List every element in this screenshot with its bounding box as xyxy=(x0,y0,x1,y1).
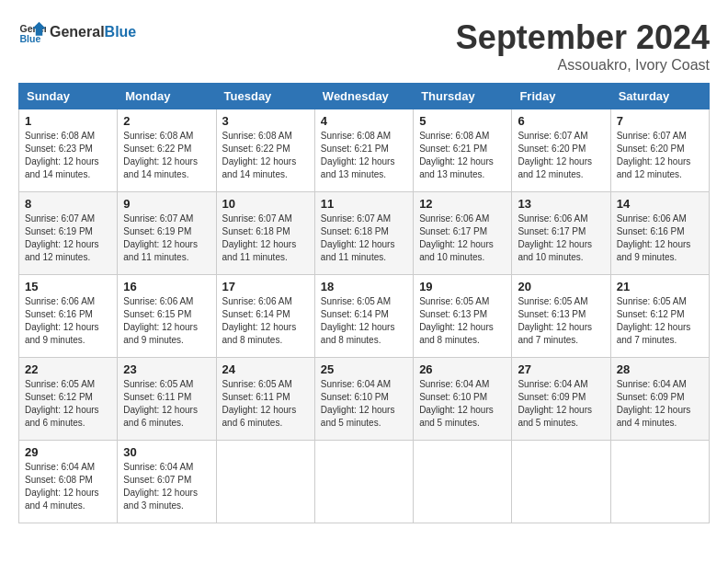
day-number: 19 xyxy=(419,280,506,293)
title-block: September 2024 Assouakro, Ivory Coast xyxy=(456,18,710,74)
calendar-cell xyxy=(414,441,512,523)
calendar-cell: 16Sunrise: 6:06 AM Sunset: 6:15 PM Dayli… xyxy=(118,275,216,358)
day-info: Sunrise: 6:06 AM Sunset: 6:17 PM Dayligh… xyxy=(419,213,506,264)
day-number: 25 xyxy=(321,362,407,376)
day-info: Sunrise: 6:05 AM Sunset: 6:11 PM Dayligh… xyxy=(123,378,210,430)
calendar-cell: 18Sunrise: 6:05 AM Sunset: 6:14 PM Dayli… xyxy=(314,275,413,358)
day-number: 5 xyxy=(419,114,506,128)
day-number: 2 xyxy=(123,114,210,128)
calendar-cell xyxy=(216,441,314,523)
day-number: 14 xyxy=(617,197,703,211)
calendar-cell: 5Sunrise: 6:08 AM Sunset: 6:21 PM Daylig… xyxy=(414,109,512,192)
calendar-header-saturday: Saturday xyxy=(610,84,709,109)
calendar-cell: 21Sunrise: 6:05 AM Sunset: 6:12 PM Dayli… xyxy=(610,275,709,358)
calendar-cell: 11Sunrise: 6:07 AM Sunset: 6:18 PM Dayli… xyxy=(314,192,413,275)
day-info: Sunrise: 6:05 AM Sunset: 6:13 PM Dayligh… xyxy=(419,295,506,347)
calendar-cell: 13Sunrise: 6:06 AM Sunset: 6:17 PM Dayli… xyxy=(512,192,610,275)
calendar-cell: 25Sunrise: 6:04 AM Sunset: 6:10 PM Dayli… xyxy=(314,358,413,441)
day-info: Sunrise: 6:06 AM Sunset: 6:14 PM Dayligh… xyxy=(222,295,309,347)
day-info: Sunrise: 6:06 AM Sunset: 6:16 PM Dayligh… xyxy=(25,295,111,347)
day-info: Sunrise: 6:05 AM Sunset: 6:13 PM Dayligh… xyxy=(518,295,604,347)
calendar-cell xyxy=(610,441,709,523)
day-info: Sunrise: 6:08 AM Sunset: 6:23 PM Dayligh… xyxy=(25,130,111,181)
day-number: 28 xyxy=(617,362,703,376)
day-info: Sunrise: 6:05 AM Sunset: 6:11 PM Dayligh… xyxy=(222,378,309,430)
day-number: 8 xyxy=(25,197,111,211)
calendar-cell: 10Sunrise: 6:07 AM Sunset: 6:18 PM Dayli… xyxy=(216,192,314,275)
logo-icon: General Blue xyxy=(18,18,46,46)
calendar-cell: 1Sunrise: 6:08 AM Sunset: 6:23 PM Daylig… xyxy=(19,109,118,192)
calendar-cell: 8Sunrise: 6:07 AM Sunset: 6:19 PM Daylig… xyxy=(19,192,118,275)
day-number: 18 xyxy=(321,280,407,293)
day-number: 15 xyxy=(25,280,111,293)
day-number: 27 xyxy=(518,362,604,376)
calendar-header-friday: Friday xyxy=(512,84,610,109)
day-info: Sunrise: 6:05 AM Sunset: 6:12 PM Dayligh… xyxy=(617,295,703,347)
day-number: 24 xyxy=(222,362,309,376)
day-number: 17 xyxy=(222,280,309,293)
day-info: Sunrise: 6:07 AM Sunset: 6:20 PM Dayligh… xyxy=(518,130,604,181)
day-info: Sunrise: 6:05 AM Sunset: 6:14 PM Dayligh… xyxy=(321,295,407,347)
calendar-week-row: 22Sunrise: 6:05 AM Sunset: 6:12 PM Dayli… xyxy=(19,358,710,441)
day-number: 21 xyxy=(617,280,703,293)
calendar-header-thursday: Thursday xyxy=(414,84,512,109)
calendar-cell: 23Sunrise: 6:05 AM Sunset: 6:11 PM Dayli… xyxy=(118,358,216,441)
calendar-cell: 27Sunrise: 6:04 AM Sunset: 6:09 PM Dayli… xyxy=(512,358,610,441)
day-number: 9 xyxy=(123,197,210,211)
day-number: 23 xyxy=(123,362,210,376)
calendar-header-wednesday: Wednesday xyxy=(314,84,413,109)
calendar-cell: 17Sunrise: 6:06 AM Sunset: 6:14 PM Dayli… xyxy=(216,275,314,358)
day-number: 22 xyxy=(25,362,111,376)
day-info: Sunrise: 6:04 AM Sunset: 6:09 PM Dayligh… xyxy=(518,378,604,430)
day-info: Sunrise: 6:04 AM Sunset: 6:09 PM Dayligh… xyxy=(617,378,703,430)
calendar-cell: 3Sunrise: 6:08 AM Sunset: 6:22 PM Daylig… xyxy=(216,109,314,192)
calendar-week-row: 29Sunrise: 6:04 AM Sunset: 6:08 PM Dayli… xyxy=(19,441,710,523)
calendar-header-sunday: Sunday xyxy=(19,84,118,109)
location-subtitle: Assouakro, Ivory Coast xyxy=(456,57,710,74)
calendar-cell: 26Sunrise: 6:04 AM Sunset: 6:10 PM Dayli… xyxy=(414,358,512,441)
calendar-cell: 15Sunrise: 6:06 AM Sunset: 6:16 PM Dayli… xyxy=(19,275,118,358)
day-info: Sunrise: 6:06 AM Sunset: 6:15 PM Dayligh… xyxy=(123,295,210,347)
day-info: Sunrise: 6:04 AM Sunset: 6:07 PM Dayligh… xyxy=(123,461,210,512)
day-number: 7 xyxy=(617,114,703,128)
day-info: Sunrise: 6:08 AM Sunset: 6:22 PM Dayligh… xyxy=(123,130,210,181)
day-info: Sunrise: 6:04 AM Sunset: 6:10 PM Dayligh… xyxy=(321,378,407,430)
day-info: Sunrise: 6:08 AM Sunset: 6:21 PM Dayligh… xyxy=(419,130,506,181)
calendar-cell xyxy=(512,441,610,523)
day-number: 11 xyxy=(321,197,407,211)
calendar-cell: 14Sunrise: 6:06 AM Sunset: 6:16 PM Dayli… xyxy=(610,192,709,275)
calendar-cell: 7Sunrise: 6:07 AM Sunset: 6:20 PM Daylig… xyxy=(610,109,709,192)
day-number: 12 xyxy=(419,197,506,211)
day-number: 30 xyxy=(123,445,210,459)
calendar-cell: 6Sunrise: 6:07 AM Sunset: 6:20 PM Daylig… xyxy=(512,109,610,192)
day-number: 13 xyxy=(518,197,604,211)
calendar-cell: 4Sunrise: 6:08 AM Sunset: 6:21 PM Daylig… xyxy=(314,109,413,192)
calendar-header-monday: Monday xyxy=(118,84,216,109)
day-number: 26 xyxy=(419,362,506,376)
day-info: Sunrise: 6:04 AM Sunset: 6:10 PM Dayligh… xyxy=(419,378,506,430)
calendar-cell: 22Sunrise: 6:05 AM Sunset: 6:12 PM Dayli… xyxy=(19,358,118,441)
day-info: Sunrise: 6:06 AM Sunset: 6:16 PM Dayligh… xyxy=(617,213,703,264)
calendar-header-tuesday: Tuesday xyxy=(216,84,314,109)
calendar-cell: 19Sunrise: 6:05 AM Sunset: 6:13 PM Dayli… xyxy=(414,275,512,358)
day-number: 6 xyxy=(518,114,604,128)
calendar-cell: 29Sunrise: 6:04 AM Sunset: 6:08 PM Dayli… xyxy=(19,441,118,523)
day-number: 20 xyxy=(518,280,604,293)
logo: General Blue GeneralBlue xyxy=(18,18,136,46)
calendar-table: SundayMondayTuesdayWednesdayThursdayFrid… xyxy=(18,83,710,523)
day-info: Sunrise: 6:07 AM Sunset: 6:20 PM Dayligh… xyxy=(617,130,703,181)
calendar-week-row: 1Sunrise: 6:08 AM Sunset: 6:23 PM Daylig… xyxy=(19,109,710,192)
day-number: 1 xyxy=(25,114,111,128)
calendar-cell: 28Sunrise: 6:04 AM Sunset: 6:09 PM Dayli… xyxy=(610,358,709,441)
day-info: Sunrise: 6:08 AM Sunset: 6:21 PM Dayligh… xyxy=(321,130,407,181)
day-number: 3 xyxy=(222,114,309,128)
day-info: Sunrise: 6:07 AM Sunset: 6:18 PM Dayligh… xyxy=(321,213,407,264)
day-info: Sunrise: 6:06 AM Sunset: 6:17 PM Dayligh… xyxy=(518,213,604,264)
day-number: 29 xyxy=(25,445,111,459)
calendar-cell: 30Sunrise: 6:04 AM Sunset: 6:07 PM Dayli… xyxy=(118,441,216,523)
calendar-cell: 9Sunrise: 6:07 AM Sunset: 6:19 PM Daylig… xyxy=(118,192,216,275)
day-info: Sunrise: 6:08 AM Sunset: 6:22 PM Dayligh… xyxy=(222,130,309,181)
calendar-header-row: SundayMondayTuesdayWednesdayThursdayFrid… xyxy=(19,84,710,109)
day-number: 10 xyxy=(222,197,309,211)
calendar-cell: 24Sunrise: 6:05 AM Sunset: 6:11 PM Dayli… xyxy=(216,358,314,441)
